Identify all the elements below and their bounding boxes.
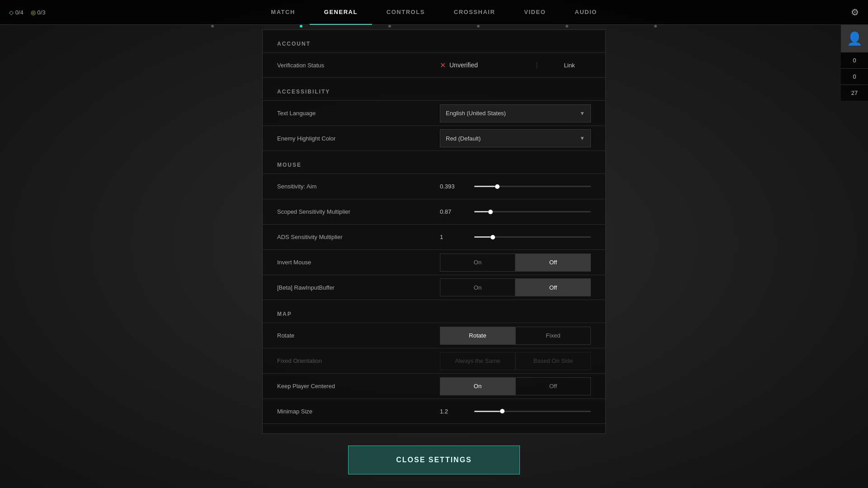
control-text-language[interactable]: English (United States) ▼: [440, 104, 591, 122]
nav-dot-controls: [388, 25, 391, 28]
section-mouse: MOUSE Sensitivity: Aim 0.393 Scoped Sens…: [263, 151, 605, 300]
toggle-invert-mouse-on[interactable]: On: [440, 253, 515, 272]
toggle-raw-input-off[interactable]: Off: [515, 278, 591, 296]
nav-dot-video: [566, 25, 568, 28]
row-sensitivity-aim: Sensitivity: Aim 0.393: [263, 174, 605, 199]
label-enemy-highlight-color: Enemy Highlight Color: [277, 135, 440, 142]
gear-icon[interactable]: ⚙: [851, 7, 859, 18]
nav-tabs: MATCH GENERAL CONTROLS CROSSHAIR VIDEO A…: [256, 0, 611, 25]
slider-scoped-sensitivity-fill: [474, 211, 488, 212]
diamond-value: 0/4: [15, 9, 24, 16]
toggle-rotate[interactable]: Rotate Fixed: [440, 327, 591, 345]
nav-dots: [0, 24, 868, 28]
tab-video[interactable]: VIDEO: [509, 0, 560, 25]
tab-controls[interactable]: CONTROLS: [372, 0, 439, 25]
slider-sensitivity-aim-fill: [474, 186, 495, 187]
avatar: 👤: [841, 25, 868, 52]
row-text-language: Text Language English (United States) ▼: [263, 100, 605, 126]
toggle-keep-player-off[interactable]: Off: [515, 377, 591, 395]
slider-minimap-size-fill: [474, 411, 500, 412]
slider-ads-sensitivity-thumb[interactable]: [491, 235, 495, 239]
row-ads-sensitivity: ADS Sensitivity Multiplier 1: [263, 224, 605, 249]
slider-scoped-sensitivity-value: 0.87: [440, 208, 467, 215]
section-accessibility: ACCESSIBILITY Text Language English (Uni…: [263, 78, 605, 151]
row-raw-input-buffer: [Beta] RawInputBuffer On Off: [263, 275, 605, 300]
top-left-info: ◇ 0/4 ◎ 0/3: [9, 9, 45, 16]
unverified-text: Unverified: [449, 61, 478, 69]
label-verification-status: Verification Status: [277, 62, 440, 69]
slider-scoped-sensitivity[interactable]: 0.87: [440, 208, 591, 215]
link-button[interactable]: Link: [537, 62, 591, 69]
section-map: MAP Rotate Rotate Fixed Fixed Orientatio…: [263, 300, 605, 424]
top-nav: ◇ 0/4 ◎ 0/3 MATCH GENERAL CONTROLS CROSS…: [0, 0, 868, 25]
score-2: 27: [841, 84, 868, 101]
toggle-raw-input-on[interactable]: On: [440, 278, 515, 296]
row-keep-player-centered: Keep Player Centered On Off: [263, 373, 605, 399]
toggle-keep-player-centered[interactable]: On Off: [440, 377, 591, 395]
slider-sensitivity-aim-thumb[interactable]: [495, 184, 500, 189]
tab-crosshair[interactable]: CROSSHAIR: [439, 0, 510, 25]
control-raw-input-buffer[interactable]: On Off: [440, 278, 591, 296]
unverified-x-icon: ✕: [440, 61, 446, 70]
toggle-invert-mouse[interactable]: On Off: [440, 253, 591, 272]
toggle-rotate-rotate[interactable]: Rotate: [440, 327, 515, 345]
control-keep-player-centered[interactable]: On Off: [440, 377, 591, 395]
diamond-icon: ◇: [9, 9, 14, 16]
nav-dot-crosshair: [477, 25, 480, 28]
slider-minimap-size[interactable]: 1.2: [440, 408, 591, 415]
circle-icon: ◎: [31, 9, 36, 16]
section-header-accessibility: ACCESSIBILITY: [263, 78, 605, 100]
control-scoped-sensitivity: 0.87: [440, 208, 591, 215]
diamond-stat: ◇ 0/4: [9, 9, 24, 16]
label-scoped-sensitivity: Scoped Sensitivity Multiplier: [277, 208, 440, 215]
label-raw-input-buffer: [Beta] RawInputBuffer: [277, 284, 440, 291]
slider-scoped-sensitivity-track[interactable]: [474, 211, 591, 212]
toggle-rotate-fixed[interactable]: Fixed: [515, 327, 591, 345]
slider-sensitivity-aim-track[interactable]: [474, 186, 591, 187]
slider-minimap-size-thumb[interactable]: [500, 409, 505, 413]
section-header-account: ACCOUNT: [263, 30, 605, 52]
slider-ads-sensitivity-fill: [474, 236, 491, 238]
slider-scoped-sensitivity-thumb[interactable]: [488, 210, 493, 214]
section-header-map: MAP: [263, 300, 605, 323]
dropdown-text-language[interactable]: English (United States) ▼: [440, 104, 591, 122]
circle-value: 0/3: [37, 9, 45, 16]
control-enemy-highlight-color[interactable]: Red (Default) ▼: [440, 129, 591, 147]
toggle-fixed-based-on-side[interactable]: Based On Side: [515, 352, 591, 370]
label-keep-player-centered: Keep Player Centered: [277, 383, 440, 389]
slider-ads-sensitivity-track[interactable]: [474, 236, 591, 238]
close-settings-button[interactable]: CLOSE SETTINGS: [348, 446, 520, 474]
control-fixed-orientation[interactable]: Always the Same Based On Side: [440, 352, 591, 370]
toggle-fixed-orientation[interactable]: Always the Same Based On Side: [440, 352, 591, 370]
score-0: 0: [841, 52, 868, 68]
row-rotate: Rotate Rotate Fixed: [263, 323, 605, 348]
control-ads-sensitivity: 1: [440, 234, 591, 240]
tab-audio[interactable]: AUDIO: [560, 0, 611, 25]
toggle-raw-input-buffer[interactable]: On Off: [440, 278, 591, 296]
dropdown-arrow-icon-2: ▼: [580, 135, 585, 141]
slider-minimap-size-track[interactable]: [474, 411, 591, 412]
row-invert-mouse: Invert Mouse On Off: [263, 249, 605, 275]
control-invert-mouse[interactable]: On Off: [440, 253, 591, 272]
dropdown-enemy-highlight-color[interactable]: Red (Default) ▼: [440, 129, 591, 147]
toggle-keep-player-on[interactable]: On: [440, 377, 515, 395]
close-settings-label: CLOSE SETTINGS: [396, 456, 472, 464]
label-sensitivity-aim: Sensitivity: Aim: [277, 183, 440, 190]
label-ads-sensitivity: ADS Sensitivity Multiplier: [277, 234, 440, 240]
nav-dot-general: [300, 25, 302, 28]
control-sensitivity-aim: 0.393: [440, 183, 591, 190]
tab-general[interactable]: GENERAL: [310, 0, 372, 25]
section-account: ACCOUNT Verification Status ✕ Unverified…: [263, 30, 605, 78]
tab-match[interactable]: MATCH: [256, 0, 309, 25]
label-text-language: Text Language: [277, 110, 440, 117]
toggle-invert-mouse-off[interactable]: Off: [515, 253, 591, 272]
control-rotate[interactable]: Rotate Fixed: [440, 327, 591, 345]
right-panel: 👤 0 0 27: [841, 25, 868, 101]
slider-sensitivity-aim[interactable]: 0.393: [440, 183, 591, 190]
slider-ads-sensitivity[interactable]: 1: [440, 234, 591, 240]
control-minimap-size: 1.2: [440, 408, 591, 415]
dropdown-text-language-value: English (United States): [446, 110, 506, 117]
row-minimap-size: Minimap Size 1.2: [263, 399, 605, 424]
toggle-fixed-always-same[interactable]: Always the Same: [440, 352, 515, 370]
settings-panel[interactable]: ACCOUNT Verification Status ✕ Unverified…: [262, 29, 606, 434]
